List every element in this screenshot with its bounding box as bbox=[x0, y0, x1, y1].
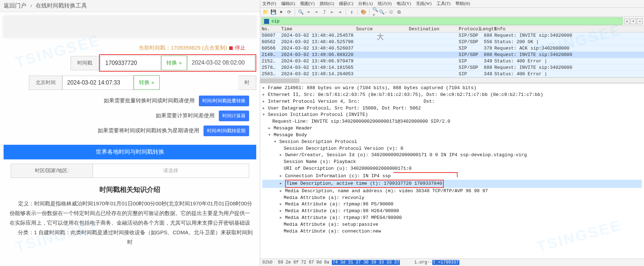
fwd-icon[interactable]: ➡ bbox=[313, 9, 320, 15]
clear-filter-icon[interactable]: ✕ bbox=[624, 19, 630, 24]
help-text-2: 如果需要计算时间差使用 bbox=[156, 112, 215, 118]
current-ts-value[interactable]: 1709359829 bbox=[171, 45, 200, 51]
goto-first-icon[interactable]: ⇤ bbox=[329, 9, 335, 15]
packet-row[interactable]: 2149…2024-03-02 13:49:06.888220SIP/SDP88… bbox=[260, 52, 644, 58]
weekday-convert-button[interactable]: 时间/时间戳转星期 bbox=[203, 126, 249, 136]
menu-view[interactable]: 视图(V) bbox=[300, 1, 315, 7]
attr-setup[interactable]: Media Attribute (a): setup:passive bbox=[262, 221, 642, 228]
col-time[interactable]: Time bbox=[281, 26, 356, 32]
convert-button-1[interactable]: 转换 » bbox=[161, 56, 187, 70]
breadcrumb-title: 在线时间戳转换工具 bbox=[36, 2, 87, 9]
zoom-out-icon[interactable]: 🔍- bbox=[380, 9, 386, 15]
col-pro[interactable]: Protocol bbox=[459, 26, 480, 32]
apply-filter-icon[interactable]: ▾ bbox=[630, 19, 636, 24]
eth-line[interactable]: Ethernet II, Src: 0e:b7:61:c2:63:75 (0e:… bbox=[262, 92, 642, 98]
stop-icon[interactable] bbox=[229, 46, 233, 50]
save-icon[interactable]: 💾 bbox=[270, 9, 277, 15]
packet-row[interactable]: 588972024-03-02 13:48:40.254578SIP/SDP88… bbox=[260, 32, 644, 39]
sdp-o[interactable]: Owner/Creator, Session Id (o): 340200000… bbox=[262, 152, 642, 159]
ip-line[interactable]: Internet Protocol Version 4, Src: Dst: bbox=[262, 98, 642, 105]
menubar[interactable]: 文件(F) 编辑(E) 视图(V) 跳转(G) 捕获(C) 分析(A) 统计(S… bbox=[260, 0, 644, 8]
menu-help[interactable]: 帮助(H) bbox=[455, 1, 470, 7]
sip-line[interactable]: Session Initiation Protocol (INVITE) bbox=[262, 112, 642, 118]
msg-header-line[interactable]: Message Header bbox=[262, 125, 642, 132]
ts-label: 时间戳 bbox=[71, 56, 99, 70]
resize-cols-icon[interactable]: ⧉ bbox=[396, 9, 402, 15]
menu-tele[interactable]: 电话(Y) bbox=[397, 1, 411, 7]
sdp-line[interactable]: Session Description Protocol bbox=[262, 139, 642, 145]
attr-rtpmap97[interactable]: Media Attribute (a): rtpmap:97 MPEG4/900… bbox=[262, 215, 642, 221]
packet-row[interactable]: 2583…2024-03-02 13:49:14.264053SIP349Sta… bbox=[260, 71, 644, 77]
menu-wireless[interactable]: 无线(W) bbox=[416, 1, 431, 7]
packet-row[interactable]: 2152…2024-03-02 13:49:06.970479SIP349Sta… bbox=[260, 58, 644, 65]
timezone-select[interactable]: 请选择 bbox=[93, 164, 249, 178]
menu-analyze[interactable]: 分析(A) bbox=[358, 1, 373, 7]
reload-icon[interactable]: ⟳ bbox=[286, 9, 292, 15]
zoom-in-icon[interactable]: 🔍+ bbox=[372, 9, 378, 15]
packet-details[interactable]: Frame 214961: 888 bytes on wire (7104 bi… bbox=[260, 83, 644, 259]
packet-list[interactable]: 588972024-03-02 13:48:40.254578SIP/SDP88… bbox=[260, 32, 644, 77]
packet-row[interactable]: 2578…2024-03-02 13:49:14.181565SIP/SDP88… bbox=[260, 65, 644, 71]
sdp-s[interactable]: Session Name (s): Playback bbox=[262, 159, 642, 165]
stop-button[interactable]: 停止 bbox=[235, 45, 246, 51]
menu-file[interactable]: 文件(F) bbox=[262, 1, 276, 7]
attr-connection[interactable]: Media Attribute (a): connection:new bbox=[262, 228, 642, 235]
udp-line[interactable]: User Datagram Protocol, Src Port: 15060,… bbox=[262, 105, 642, 112]
col-src[interactable]: Source bbox=[356, 26, 409, 32]
sdp-v[interactable]: Session Description Protocol Version (v)… bbox=[262, 145, 642, 152]
sdp-c[interactable]: Connection Information (c): IN IP4 ssp bbox=[262, 172, 642, 180]
find-icon[interactable]: 🔍 bbox=[298, 9, 304, 15]
toolbar: 📁 💾 ✖ ⟳ 🔍 ⬅ ➡ ⤴ ⇤ ⇥ ↧ 🎨 🔍+ 🔍- ⦾ ⧉ bbox=[260, 8, 644, 17]
help-text-1: 如果需要批量转换时间或时间戳请使用 bbox=[104, 97, 195, 103]
intro-para-2: 份能够表示一份数据在一个特定时间点已经存在的完整的可验证的数据。它的提出主要是为… bbox=[7, 208, 253, 218]
back-icon[interactable]: ⬅ bbox=[305, 9, 312, 15]
timestamp-input[interactable] bbox=[101, 56, 161, 70]
attr-recvonly[interactable]: Media Attribute (a): recvonly bbox=[262, 195, 642, 201]
packet-row[interactable]: 605662024-03-02 13:48:40.526037SIP378Req… bbox=[260, 45, 644, 52]
sdp-t[interactable]: Time Description, active time (t): 17093… bbox=[262, 180, 642, 188]
autoscroll-icon[interactable]: ↧ bbox=[349, 9, 355, 15]
colorize-icon[interactable]: 🎨 bbox=[360, 9, 367, 15]
datetime-input[interactable] bbox=[62, 76, 134, 90]
goto-last-icon[interactable]: ⇥ bbox=[337, 9, 343, 15]
blurred-content bbox=[3, 15, 257, 38]
timestamp-tool-panel: 返回门户 › 在线时间戳转换工具 当前时间戳：1709359829 (点击复制)… bbox=[0, 0, 260, 266]
menu-tools[interactable]: 工具(T) bbox=[437, 1, 450, 7]
sdp-u[interactable]: URI of Description (u): 3402000000200000… bbox=[262, 165, 642, 172]
current-timestamp[interactable]: 当前时间戳：1709359829 (点击复制) 停止 bbox=[0, 45, 260, 51]
menu-edit[interactable]: 编辑(E) bbox=[281, 1, 295, 7]
attr-rtpmap98[interactable]: Media Attribute (a): rtpmap:98 H264/9000… bbox=[262, 208, 642, 215]
col-dst[interactable]: Destination bbox=[409, 26, 459, 32]
hour-label: 时 bbox=[238, 76, 256, 90]
hex-bytes: 69 2e 6f 72 67 0d 0a 74 3d 31 37 30 39 3… bbox=[278, 260, 400, 265]
zoom-reset-icon[interactable]: ⦾ bbox=[388, 9, 394, 15]
msg-body-line[interactable]: Message Body bbox=[262, 132, 642, 139]
breadcrumb-back[interactable]: 返回门户 bbox=[4, 2, 26, 9]
menu-stats[interactable]: 统计(S) bbox=[378, 1, 392, 7]
packet-row[interactable]: 605622024-03-02 13:48:40.525798SIP/SDP55… bbox=[260, 39, 644, 45]
attr-rtpmap96[interactable]: Media Attribute (a): rtpmap:96 PS/90000 bbox=[262, 201, 642, 208]
menu-capture[interactable]: 捕获(C) bbox=[339, 1, 353, 7]
filter-text: sip bbox=[271, 19, 279, 24]
wireshark-panel: 文件(F) 编辑(E) 视图(V) 跳转(G) 捕获(C) 分析(A) 统计(S… bbox=[260, 0, 644, 266]
frame-line[interactable]: Frame 214961: 888 bytes on wire (7104 bi… bbox=[262, 85, 642, 92]
batch-convert-button[interactable]: 时间/时间戳批量转换 bbox=[199, 96, 249, 106]
h-scrollbar[interactable] bbox=[260, 77, 644, 83]
bookmark-icon[interactable] bbox=[264, 19, 269, 24]
open-icon[interactable]: 📁 bbox=[262, 9, 269, 15]
col-no[interactable]: No. bbox=[262, 26, 281, 32]
hex-view[interactable]: 02b0 69 2e 6f 72 67 0d 0a 74 3d 31 37 30… bbox=[260, 259, 644, 266]
col-info[interactable]: Info bbox=[494, 26, 643, 32]
jump-icon[interactable]: ⤴ bbox=[321, 9, 328, 15]
time-calculator-button[interactable]: 时间计算器 bbox=[219, 111, 249, 121]
add-filter-icon[interactable]: ＋ bbox=[637, 19, 643, 24]
convert-button-2[interactable]: 转换 » bbox=[134, 75, 160, 90]
current-ts-label: 当前时间戳： bbox=[139, 45, 171, 51]
col-len[interactable]: Length bbox=[480, 26, 494, 32]
sdp-m[interactable]: Media Description, name and address (m):… bbox=[262, 188, 642, 195]
close-icon[interactable]: ✖ bbox=[278, 9, 284, 15]
menu-go[interactable]: 跳转(G) bbox=[320, 1, 334, 7]
request-line[interactable]: Request-Line: INVITE sip:340200000020000… bbox=[262, 118, 642, 125]
intro-para-3: 在实际应用上，它可以使用在包括电子商务、金融活动的各个方面，尤其可以用来支撑公开… bbox=[7, 218, 253, 227]
display-filter-input[interactable]: sip bbox=[262, 17, 623, 25]
